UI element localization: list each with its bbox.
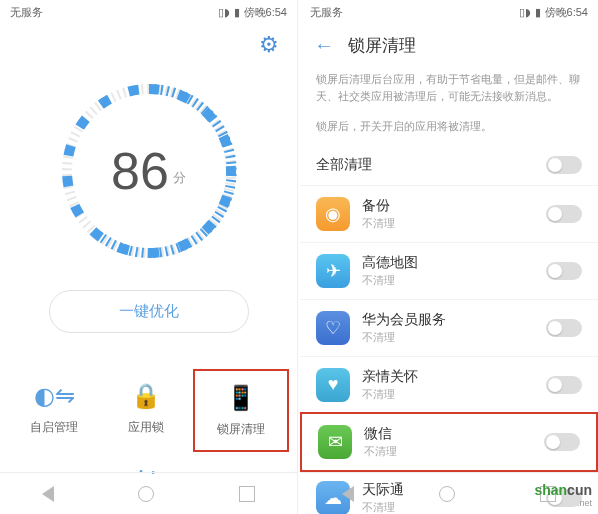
vibrate-icon: ▯◗ [218,6,230,19]
app-name: 微信 [364,425,544,443]
lockscreen-cleanup-label: 锁屏清理 [199,421,283,438]
applock-button[interactable]: 🔒 应用锁 [100,369,192,452]
backup-icon: ◉ [316,197,350,231]
clean-all-label: 全部清理 [316,156,546,174]
page-title: 锁屏清理 [348,34,416,57]
status-time: 傍晚6:54 [545,5,588,20]
home-button[interactable] [439,486,455,502]
status-bar: 无服务 ▯◗ ▮ 傍晚6:54 [0,0,297,24]
phone-manager-screen: 无服务 ▯◗ ▮ 傍晚6:54 ⚙ 86 分 一键优化 [0,0,298,514]
status-bar: 无服务 ▯◗ ▮ 傍晚6:54 [300,0,598,24]
applock-label: 应用锁 [104,419,188,436]
autostart-button[interactable]: ◐⇋ 自启管理 [8,369,100,452]
autostart-label: 自启管理 [12,419,96,436]
app-row-wechat[interactable]: ✉ 微信不清理 [300,412,598,472]
status-right: ▯◗ ▮ 傍晚6:54 [519,5,588,20]
page-header: ← 锁屏清理 [300,24,598,67]
battery-icon: ▮ [234,6,240,19]
huawei-member-icon: ♡ [316,311,350,345]
status-service: 无服务 [10,5,218,20]
recents-button[interactable] [239,486,255,502]
score-gauge: 86 分 [54,76,244,266]
lock-icon: 🔒 [104,381,188,411]
status-time: 傍晚6:54 [244,5,287,20]
phone-cleanup-icon: 📱 [199,383,283,413]
app-row-backup[interactable]: ◉ 备份不清理 [300,186,598,243]
app-row-family[interactable]: ♥ 亲情关怀不清理 [300,357,598,414]
lockscreen-cleanup-button[interactable]: 📱 锁屏清理 [193,369,289,452]
app-name: 高德地图 [362,254,546,272]
lockscreen-cleanup-screen: 无服务 ▯◗ ▮ 傍晚6:54 ← 锁屏清理 锁屏后清理后台应用，有助于节省电量… [300,0,598,514]
app-row-huawei-member[interactable]: ♡ 华为会员服务不清理 [300,300,598,357]
wechat-icon: ✉ [318,425,352,459]
app-name: 华为会员服务 [362,311,546,329]
status-right: ▯◗ ▮ 傍晚6:54 [218,5,287,20]
gear-icon[interactable]: ⚙ [259,32,279,58]
watermark: shancun .net [534,482,592,508]
bottom-nav: ◐⇋ 自启管理 🔒 应用锁 📱 锁屏清理 [0,369,297,452]
optimize-button[interactable]: 一键优化 [49,290,249,333]
app-sub: 不清理 [362,216,546,231]
app-toggle[interactable] [546,262,582,280]
home-button[interactable] [138,486,154,502]
description-1: 锁屏后清理后台应用，有助于节省电量，但是邮件、聊天、社交类应用被清理后，可能无法… [300,67,598,114]
battery-icon: ▮ [535,6,541,19]
toggle-icon: ◐⇋ [12,381,96,411]
app-row-amap[interactable]: ✈ 高德地图不清理 [300,243,598,300]
app-toggle[interactable] [546,376,582,394]
vibrate-icon: ▯◗ [519,6,531,19]
app-toggle[interactable] [544,433,580,451]
back-button[interactable] [342,486,354,502]
app-name: 亲情关怀 [362,368,546,386]
app-sub: 不清理 [364,444,544,459]
family-icon: ♥ [316,368,350,402]
app-sub: 不清理 [362,273,546,288]
clean-all-row[interactable]: 全部清理 [300,145,598,186]
amap-icon: ✈ [316,254,350,288]
status-service: 无服务 [310,5,519,20]
app-toggle[interactable] [546,319,582,337]
app-sub: 不清理 [362,387,546,402]
app-sub: 不清理 [362,330,546,345]
back-arrow-icon[interactable]: ← [314,34,334,57]
back-button[interactable] [42,486,54,502]
clean-all-toggle[interactable] [546,156,582,174]
app-toggle[interactable] [546,205,582,223]
app-name: 备份 [362,197,546,215]
android-navbar [0,472,297,514]
description-2: 锁屏后，开关开启的应用将被清理。 [300,114,598,145]
